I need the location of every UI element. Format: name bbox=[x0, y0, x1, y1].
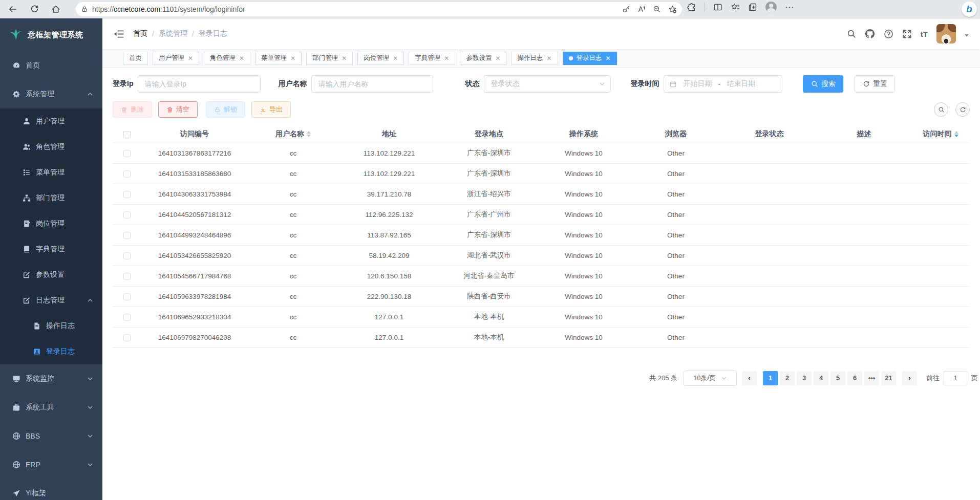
tab-post-mgmt[interactable]: 岗位管理✕ bbox=[357, 52, 404, 65]
copilot-bing-icon[interactable]: b bbox=[962, 2, 977, 17]
user-name-input[interactable] bbox=[311, 75, 433, 93]
sidebar-item-operation-log[interactable]: 操作日志 bbox=[0, 313, 102, 339]
sidebar-collapse-icon[interactable] bbox=[114, 30, 124, 38]
page-button-3[interactable]: 3 bbox=[797, 371, 812, 385]
password-key-icon[interactable] bbox=[622, 5, 630, 13]
breadcrumb-system[interactable]: 系统管理 bbox=[159, 29, 187, 38]
tab-dept-mgmt[interactable]: 部门管理✕ bbox=[306, 52, 353, 65]
favorite-star-icon[interactable] bbox=[668, 5, 677, 14]
sidebar-item-login-log[interactable]: 登录日志 bbox=[0, 339, 102, 364]
sidebar-item-dept-management[interactable]: 部门管理 bbox=[0, 185, 102, 211]
sort-carets-icon[interactable] bbox=[307, 129, 311, 139]
page-button-21[interactable]: 21 bbox=[881, 371, 896, 385]
tab-role-mgmt[interactable]: 角色管理✕ bbox=[204, 52, 250, 65]
close-tab-icon[interactable]: ✕ bbox=[239, 55, 244, 62]
reset-button[interactable]: 重置 bbox=[855, 75, 895, 93]
pager-ellipsis[interactable]: ••• bbox=[864, 371, 879, 385]
sidebar-item-bbs[interactable]: BBS bbox=[0, 422, 102, 450]
column-header-time[interactable]: 访问时间 bbox=[911, 125, 970, 143]
browser-home-icon[interactable] bbox=[48, 2, 63, 17]
close-tab-icon[interactable]: ✕ bbox=[290, 55, 295, 62]
page-button-4[interactable]: 4 bbox=[814, 371, 828, 385]
page-button-5[interactable]: 5 bbox=[830, 371, 845, 385]
browser-profile-avatar[interactable] bbox=[765, 2, 777, 13]
tab-menu-mgmt[interactable]: 菜单管理✕ bbox=[255, 52, 302, 65]
tab-dict-mgmt[interactable]: 字典管理✕ bbox=[409, 52, 455, 65]
row-checkbox[interactable] bbox=[123, 273, 131, 280]
row-checkbox[interactable] bbox=[123, 252, 131, 259]
toggle-search-button[interactable] bbox=[934, 102, 948, 117]
date-range-picker[interactable]: 开始日期 - 结束日期 bbox=[664, 75, 782, 93]
sidebar-item-dict-management[interactable]: 字典管理 bbox=[0, 236, 102, 262]
refresh-table-button[interactable] bbox=[955, 102, 970, 117]
sidebar-item-role-management[interactable]: 角色管理 bbox=[0, 134, 102, 160]
row-checkbox[interactable] bbox=[123, 170, 131, 178]
collections-icon[interactable] bbox=[748, 3, 757, 12]
sidebar-item-post-management[interactable]: 岗位管理 bbox=[0, 211, 102, 236]
row-checkbox[interactable] bbox=[123, 334, 131, 341]
tab-operation-log[interactable]: 操作日志✕ bbox=[511, 52, 558, 65]
sidebar-item-menu-management[interactable]: 菜单管理 bbox=[0, 160, 102, 185]
search-button[interactable]: 搜索 bbox=[803, 75, 843, 93]
close-tab-icon[interactable]: ✕ bbox=[393, 55, 398, 62]
browser-refresh-icon[interactable] bbox=[27, 2, 42, 17]
sidebar-item-system-tools[interactable]: 系统工具 bbox=[0, 393, 102, 422]
login-ip-input[interactable] bbox=[138, 75, 261, 93]
split-screen-icon[interactable] bbox=[713, 3, 722, 12]
unlock-button[interactable]: 解锁 bbox=[206, 101, 245, 118]
github-icon[interactable] bbox=[865, 29, 875, 39]
address-bar[interactable]: https://ccnetcore.com:1101/system/log/lo… bbox=[76, 2, 682, 16]
zoom-out-icon[interactable] bbox=[653, 5, 661, 13]
favorites-bar-icon[interactable] bbox=[731, 3, 740, 12]
extensions-icon[interactable] bbox=[687, 3, 696, 12]
breadcrumb-home[interactable]: 首页 bbox=[133, 29, 147, 38]
sidebar-item-home[interactable]: 首页 bbox=[0, 51, 102, 80]
clear-button[interactable]: 清空 bbox=[158, 101, 198, 118]
delete-button[interactable]: 删除 bbox=[113, 101, 152, 118]
tab-login-log[interactable]: 登录日志✕ bbox=[563, 52, 617, 65]
help-icon[interactable] bbox=[884, 29, 893, 39]
row-checkbox[interactable] bbox=[123, 150, 131, 157]
sidebar-item-yi-framework[interactable]: Yi框架 bbox=[0, 479, 102, 500]
avatar-dropdown-caret-icon[interactable] bbox=[965, 34, 969, 39]
row-checkbox[interactable] bbox=[123, 232, 131, 239]
tab-param-settings[interactable]: 参数设置✕ bbox=[460, 52, 506, 65]
select-all-checkbox[interactable] bbox=[123, 131, 131, 138]
page-button-1[interactable]: 1 bbox=[763, 371, 778, 385]
page-size-select[interactable]: 10条/页 bbox=[684, 371, 737, 386]
sidebar-item-param-settings[interactable]: 参数设置 bbox=[0, 262, 102, 288]
export-button[interactable]: 导出 bbox=[251, 101, 291, 118]
browser-back-icon[interactable] bbox=[5, 2, 20, 17]
row-checkbox[interactable] bbox=[123, 314, 131, 321]
column-header-user[interactable]: 用户名称 bbox=[248, 125, 338, 143]
status-select[interactable]: 登录状态 bbox=[484, 75, 611, 93]
browser-menu-icon[interactable]: ⋯ bbox=[785, 2, 794, 13]
tab-home[interactable]: 首页 bbox=[123, 52, 148, 65]
sidebar-item-user-management[interactable]: 用户管理 bbox=[0, 108, 102, 134]
sidebar-item-erp[interactable]: ERP bbox=[0, 450, 102, 479]
close-tab-icon[interactable]: ✕ bbox=[606, 55, 611, 62]
prev-page-button[interactable]: ‹ bbox=[742, 371, 757, 385]
header-search-icon[interactable] bbox=[847, 29, 856, 38]
tab-user-mgmt[interactable]: 用户管理✕ bbox=[153, 52, 199, 65]
close-tab-icon[interactable]: ✕ bbox=[188, 55, 193, 62]
fullscreen-icon[interactable] bbox=[902, 29, 912, 39]
close-tab-icon[interactable]: ✕ bbox=[342, 55, 347, 62]
user-avatar[interactable] bbox=[936, 24, 956, 44]
sidebar-item-system-monitor[interactable]: 系统监控 bbox=[0, 364, 102, 393]
row-checkbox[interactable] bbox=[123, 191, 131, 198]
close-tab-icon[interactable]: ✕ bbox=[495, 55, 500, 62]
close-tab-icon[interactable]: ✕ bbox=[546, 55, 551, 62]
close-tab-icon[interactable]: ✕ bbox=[444, 55, 449, 62]
sidebar-item-log-management[interactable]: 日志管理 bbox=[0, 288, 102, 313]
row-checkbox[interactable] bbox=[123, 211, 131, 219]
next-page-button[interactable]: › bbox=[902, 371, 917, 385]
row-checkbox[interactable] bbox=[123, 293, 131, 300]
page-button-6[interactable]: 6 bbox=[847, 371, 862, 385]
sort-carets-icon[interactable] bbox=[954, 129, 958, 139]
font-size-icon[interactable]: tT bbox=[921, 30, 928, 38]
page-button-2[interactable]: 2 bbox=[780, 371, 795, 385]
read-aloud-icon[interactable] bbox=[637, 5, 646, 13]
goto-page-input[interactable] bbox=[944, 371, 967, 385]
sidebar-item-system-management[interactable]: 系统管理 bbox=[0, 80, 102, 108]
